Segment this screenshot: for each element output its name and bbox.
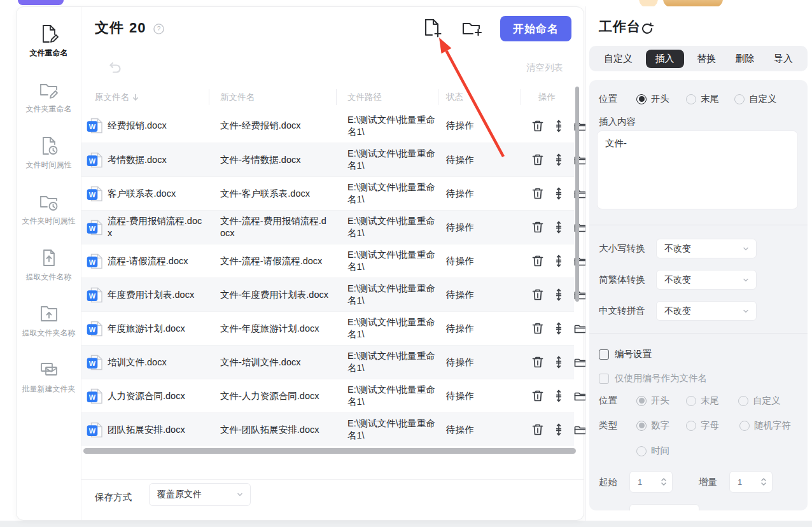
numbering-enable-checkbox[interactable] (599, 349, 609, 360)
radio-button[interactable] (636, 446, 647, 456)
status-text: 待操作 (446, 379, 474, 412)
radio-numbering-position-2[interactable]: 末尾 (686, 395, 738, 407)
original-filename: 经费报销.docx (108, 109, 206, 143)
table-row: W团队拓展安排.docx文件-团队拓展安排.docxE:\测试文件\批量重命名1… (81, 412, 574, 446)
col-new-name: 新文件名 (220, 92, 255, 103)
tradsimp-convert-select[interactable]: 不改变 (656, 270, 757, 290)
file-path: E:\测试文件\批量重命名1\ (347, 143, 440, 176)
move-icon[interactable] (551, 118, 566, 134)
pinyin-convert-select[interactable]: 不改变 (656, 301, 757, 321)
tab-3[interactable]: 替换 (690, 50, 722, 68)
col-original-name[interactable]: 原文件名 (95, 92, 140, 103)
original-filename: 客户联系表.docx (108, 177, 206, 210)
radio-numbering-time-1[interactable]: 时间 (636, 445, 669, 457)
delete-icon[interactable] (530, 388, 545, 404)
tab-2[interactable]: 插入 (646, 50, 684, 68)
tab-1[interactable]: 自定义 (598, 50, 639, 68)
radio-numbering-type-3[interactable]: 随机字符 (739, 419, 791, 432)
table-row: W考情数据.docx文件-考情数据.docxE:\测试文件\批量重命名1\待操作 (81, 143, 574, 176)
move-icon[interactable] (551, 220, 566, 235)
radio-button[interactable] (636, 421, 647, 431)
radio-insert-position-1[interactable]: 开头 (636, 93, 686, 105)
radio-button[interactable] (686, 421, 696, 431)
word-file-icon: W (87, 346, 104, 379)
radio-numbering-type-2[interactable]: 字母 (686, 419, 739, 432)
move-icon[interactable] (551, 253, 566, 269)
file-table: W经费报销.docx文件-经费报销.docxE:\测试文件\批量重命名1\待操作… (81, 109, 574, 446)
move-icon[interactable] (551, 152, 566, 167)
radio-insert-position-3[interactable]: 自定义 (734, 93, 777, 105)
numbering-type-label: 类型 (599, 419, 617, 432)
help-icon[interactable]: ? (153, 24, 164, 34)
radio-button[interactable] (636, 94, 647, 104)
delete-icon[interactable] (530, 220, 545, 235)
only-number-row[interactable]: 仅使用编号作为文件名 (599, 372, 707, 384)
move-icon[interactable] (551, 355, 566, 370)
radio-numbering-type-1[interactable]: 数字 (636, 419, 686, 432)
undo-icon[interactable] (106, 59, 122, 76)
case-convert-select[interactable]: 不改变 (656, 239, 757, 258)
radio-button[interactable] (686, 396, 696, 406)
only-number-checkbox[interactable] (599, 374, 609, 384)
sidebar-item-label: 批量新建文件夹 (22, 384, 76, 395)
move-icon[interactable] (551, 321, 566, 336)
new-filename: 文件-考情数据.docx (220, 143, 331, 176)
refresh-icon[interactable] (641, 22, 654, 35)
delete-icon[interactable] (530, 355, 545, 370)
radio-numbering-position-1[interactable]: 开头 (636, 395, 686, 407)
table-row: W流程-请假流程.docx文件-流程-请假流程.docxE:\测试文件\批量重命… (81, 244, 574, 278)
stepper-arrows-icon (760, 476, 767, 488)
add-folder-icon[interactable] (461, 19, 483, 38)
radio-numbering-position-3[interactable]: 自定义 (738, 395, 781, 407)
word-file-icon: W (87, 379, 104, 412)
table-row: W人力资源合同.docx文件-人力资源合同.docxE:\测试文件\批量重命名1… (81, 379, 574, 412)
increment-stepper[interactable]: 1 (729, 471, 773, 493)
insert-position-row: 位置 开头末尾自定义 (599, 93, 804, 105)
svg-text:W: W (89, 258, 96, 265)
delete-icon[interactable] (530, 186, 545, 201)
sidebar-item-2[interactable]: 文件夹重命名 (26, 80, 72, 115)
tab-5[interactable]: 导入 (767, 50, 799, 68)
delete-icon[interactable] (530, 321, 545, 336)
vertical-scrollbar[interactable] (575, 87, 579, 302)
original-filename: 培训文件.docx (108, 346, 206, 379)
new-filename: 文件-流程-费用报销流程.docx (220, 211, 331, 244)
delete-icon[interactable] (530, 253, 545, 269)
radio-button[interactable] (739, 421, 750, 431)
radio-button[interactable] (738, 396, 748, 406)
move-icon[interactable] (551, 186, 566, 201)
start-rename-button[interactable]: 开始命名 (500, 16, 571, 41)
sidebar-item-7[interactable]: 批量新建文件夹 (22, 360, 76, 395)
radio-button[interactable] (734, 94, 745, 104)
sidebar-item-6[interactable]: 提取文件夹名称 (22, 304, 76, 339)
move-icon[interactable] (551, 388, 566, 404)
delete-icon[interactable] (530, 287, 545, 302)
new-filename: 文件-年度旅游计划.docx (220, 312, 331, 345)
delete-icon[interactable] (530, 422, 545, 437)
sidebar-item-4[interactable]: 文件夹时间属性 (22, 192, 76, 227)
svg-text:W: W (89, 393, 96, 400)
file-extract-icon (39, 248, 59, 268)
insert-content-textarea[interactable]: 文件- (597, 130, 798, 209)
start-number-stepper[interactable]: 1 (629, 471, 673, 493)
original-filename: 流程-费用报销流程.docx (108, 211, 206, 244)
add-file-icon[interactable] (421, 17, 442, 39)
numbering-enable-row[interactable]: 编号设置 (599, 348, 652, 360)
sidebar-item-5[interactable]: 提取文件名称 (26, 248, 72, 283)
sidebar-item-1[interactable]: 文件重命名 (30, 24, 68, 59)
tab-4[interactable]: 删除 (729, 50, 761, 68)
radio-insert-position-2[interactable]: 末尾 (686, 93, 734, 105)
clear-list-button[interactable]: 清空列表 (526, 62, 563, 74)
horizontal-scrollbar[interactable] (83, 448, 576, 454)
sidebar-item-3[interactable]: 文件时间属性 (26, 136, 72, 171)
delete-icon[interactable] (530, 118, 545, 134)
move-icon[interactable] (551, 287, 566, 302)
col-operations: 操作 (538, 92, 556, 103)
radio-button[interactable] (636, 396, 647, 406)
radio-button[interactable] (686, 94, 696, 104)
save-mode-select[interactable]: 覆盖原文件 (149, 483, 251, 506)
move-icon[interactable] (551, 422, 566, 437)
delete-icon[interactable] (530, 152, 545, 167)
col-status: 状态 (446, 92, 463, 103)
row-operations (530, 346, 587, 379)
